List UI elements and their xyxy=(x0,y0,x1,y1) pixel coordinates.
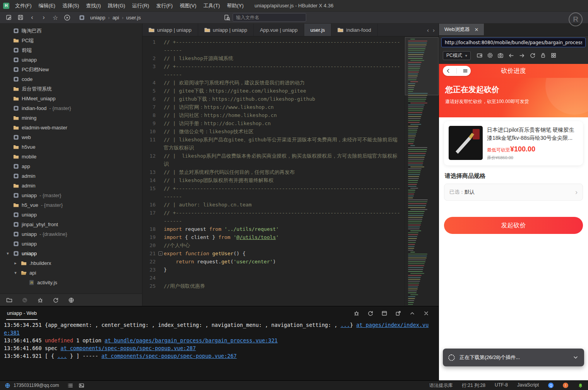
menu-item[interactable]: 编辑(E) xyxy=(35,0,59,12)
code-line[interactable]: 23} xyxy=(142,266,405,274)
code-line[interactable]: 16// | author: likeshop.cn.team xyxy=(142,201,405,209)
collapse-icon[interactable] xyxy=(409,310,415,316)
browser-tab[interactable]: Web浏览器 ✕ xyxy=(439,24,484,35)
statusbar-item[interactable]: 行:21 列:28 xyxy=(462,382,485,389)
tree-item[interactable]: uniapp xyxy=(0,239,142,249)
chevron-right-icon[interactable]: ▸ xyxy=(13,261,18,266)
export-icon[interactable] xyxy=(395,310,401,316)
forward-icon[interactable]: › xyxy=(39,13,49,22)
code-line[interactable]: 6// | github下载：https://github.com/likesh… xyxy=(142,95,405,103)
menu-item[interactable]: 视图(V) xyxy=(176,0,200,12)
files-icon[interactable] xyxy=(6,297,12,303)
new-file-icon[interactable] xyxy=(4,13,14,22)
editor-tab[interactable]: uniapp | uniapp xyxy=(198,24,254,36)
plugin-download-toast[interactable]: 正在下载第(26/28)个插件... xyxy=(443,349,584,366)
notification-bell-icon[interactable] xyxy=(578,383,583,388)
tree-item[interactable]: jinpai_yhyl_front xyxy=(0,220,142,229)
breadcrumb-item[interactable]: uniapp xyxy=(90,15,105,21)
tree-item[interactable]: admin xyxy=(0,171,142,181)
code-line[interactable]: 14// | likeshop团队版权所有并拥有最终解释权 xyxy=(142,176,405,184)
clear-console-icon[interactable] xyxy=(423,310,429,316)
code-line[interactable]: 1// +-----------------------------------… xyxy=(142,38,405,54)
editor-tab[interactable]: uniapp | uniapp xyxy=(142,24,198,36)
code-line[interactable]: 8// | 访问社区：https://home.likeshop.cn xyxy=(142,111,405,119)
save-icon[interactable] xyxy=(15,13,26,22)
console-tab[interactable]: uniapp - Web xyxy=(6,307,38,320)
breadcrumb-item[interactable]: api xyxy=(112,15,119,21)
menu-item[interactable]: 选择(S) xyxy=(59,0,82,12)
tree-item[interactable]: 前端 xyxy=(0,45,142,55)
code-line[interactable]: 15// +----------------------------------… xyxy=(142,184,405,201)
back-icon[interactable]: ‹ xyxy=(27,13,37,22)
code-line[interactable]: 20//个人中心 xyxy=(142,241,405,249)
tab-scroll-right-icon[interactable]: › xyxy=(431,27,436,33)
code-line[interactable]: 9// | 访问手册：http://doc.likeshop.cn xyxy=(142,119,405,127)
close-icon[interactable]: ✕ xyxy=(475,27,479,33)
tree-item[interactable]: ▾uniapp xyxy=(0,249,142,258)
code-line[interactable]: 17// +----------------------------------… xyxy=(142,209,405,225)
tree-item[interactable]: ▾api xyxy=(0,268,142,278)
restart-icon[interactable] xyxy=(367,310,374,316)
tree-item[interactable]: admin xyxy=(0,181,142,191)
sync-icon[interactable] xyxy=(53,297,59,303)
code-line[interactable]: 3// +-----------------------------------… xyxy=(142,62,405,79)
tree-item[interactable]: indian-food - {master} xyxy=(0,103,142,113)
tree-item[interactable]: 嗨淘巴西 xyxy=(0,26,142,36)
statusbar-item[interactable]: 语法提示库 xyxy=(429,382,453,389)
account-globe-icon[interactable] xyxy=(5,383,10,388)
screenshot-icon[interactable] xyxy=(497,52,504,58)
page-back-icon[interactable] xyxy=(446,68,451,74)
code-line[interactable]: 22 return request.get('user/center') xyxy=(142,258,405,266)
start-bargain-button[interactable]: 发起砍价 xyxy=(444,217,583,234)
bookmark-star-icon[interactable]: ☆ xyxy=(50,13,60,22)
chevron-down-icon[interactable] xyxy=(573,354,579,361)
code-line[interactable]: 2// | likeshop开源商城系统 xyxy=(142,54,405,62)
chevron-down-icon[interactable]: ▾ xyxy=(5,251,10,256)
menu-item[interactable]: 文件(F) xyxy=(12,0,35,12)
tree-item[interactable]: h5vue xyxy=(0,142,142,152)
code-line[interactable]: 21-export function getUser() { xyxy=(142,249,405,258)
lock-icon[interactable] xyxy=(540,52,546,58)
tree-item[interactable]: app xyxy=(0,161,142,171)
tree-item[interactable]: PC归档New xyxy=(0,65,142,74)
outline-icon[interactable] xyxy=(67,383,73,388)
tree-item[interactable]: uinapp xyxy=(0,55,142,65)
console-link[interactable]: ... xyxy=(57,353,67,359)
preview-image-icon[interactable] xyxy=(79,383,84,388)
open-external-icon[interactable] xyxy=(477,52,483,58)
code-line[interactable]: 7// | 访问官网：https://www.likeshop.cn xyxy=(142,103,405,111)
fold-icon[interactable]: - xyxy=(157,249,164,258)
menu-item[interactable]: 发行(F) xyxy=(153,0,176,12)
product-card[interactable]: 日本进口pilot百乐贵客钢笔 硬橡胶生漆18k金笔fkv-88s蒔绘30号金尖… xyxy=(444,121,583,165)
debug-icon[interactable] xyxy=(37,297,43,303)
code-line[interactable]: 25//用户领取优惠券 xyxy=(142,282,405,290)
menu-item[interactable]: 查找(I) xyxy=(82,0,104,12)
code-line[interactable]: 5// | gitee下载：https://gitee.com/likeshop… xyxy=(142,87,405,95)
terminal-icon[interactable] xyxy=(22,297,28,303)
editor-tab[interactable]: indian-food xyxy=(331,24,377,36)
console-link[interactable]: at bundle/pages/bargain_process/bargain_… xyxy=(105,337,278,344)
editor-tab[interactable]: user.js xyxy=(304,24,332,36)
tree-item[interactable]: uniapp - {drawkline} xyxy=(0,229,142,239)
code-line[interactable]: 4// | 欢迎阅读学习系统程序代码，建议反馈是我们前进的动力 xyxy=(142,79,405,87)
console-link[interactable]: ... xyxy=(341,322,350,328)
tree-item[interactable]: h5_vue - {master} xyxy=(0,200,142,210)
tree-item[interactable]: JSactivity.js xyxy=(0,278,142,287)
tree-item[interactable]: mobile xyxy=(0,152,142,161)
breadcrumb-item[interactable]: user.js xyxy=(126,15,141,21)
device-mode-select[interactable]: PC模式▾ xyxy=(443,51,471,60)
editor-tab[interactable]: App.vue | uniapp xyxy=(254,24,304,36)
code-line[interactable]: 11// | likeshop系列产品在gitee、github等公开渠道开源版… xyxy=(142,136,405,152)
menu-icon[interactable] xyxy=(463,68,468,74)
tree-item[interactable]: mining xyxy=(0,113,142,123)
tree-item[interactable]: PC端 xyxy=(0,36,142,45)
tree-item[interactable]: 后台管理系统 xyxy=(0,84,142,94)
run-icon[interactable] xyxy=(62,13,72,22)
window-icon[interactable] xyxy=(381,310,387,316)
code-line[interactable]: 18import request from '../utils/request' xyxy=(142,225,405,233)
tree-item[interactable]: web xyxy=(0,132,142,142)
tree-item[interactable]: uniapp xyxy=(0,210,142,220)
debug-console-icon[interactable] xyxy=(353,310,360,316)
menu-item[interactable]: 跳转(G) xyxy=(105,0,129,12)
code-line[interactable]: 10// | 微信公众号：likeshop技术社区 xyxy=(142,127,405,136)
